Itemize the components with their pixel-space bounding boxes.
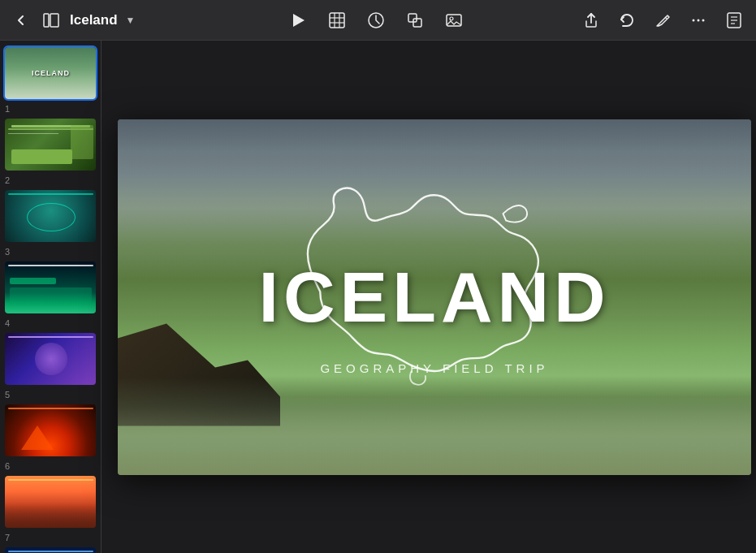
slide-thumb-canvas-4 xyxy=(5,261,96,313)
slide-thumbnail-1[interactable] xyxy=(5,47,96,99)
slide-thumbnail-2[interactable] xyxy=(5,119,96,171)
slide-thumbnail-5[interactable] xyxy=(5,333,96,385)
svg-marker-2 xyxy=(293,14,305,27)
slide-wrapper-2: 2 xyxy=(5,119,96,172)
slide-thumb-canvas-1 xyxy=(5,47,96,99)
slide-wrapper-6: 6 xyxy=(5,404,96,458)
play-button[interactable] xyxy=(286,8,310,32)
slide-thumb-canvas-2 xyxy=(5,119,96,171)
svg-rect-10 xyxy=(413,19,421,27)
svg-point-13 xyxy=(693,19,695,21)
svg-point-15 xyxy=(702,19,705,21)
slide-thumb-canvas-3 xyxy=(5,190,96,242)
insert-chart-button[interactable] xyxy=(364,8,388,32)
slide-number-1: 1 xyxy=(5,102,10,115)
panel-toggle-button[interactable] xyxy=(39,8,63,32)
slide-thumb-canvas-5 xyxy=(5,333,96,385)
slide-thumb-canvas-8 xyxy=(5,547,96,553)
more-options-button[interactable] xyxy=(686,8,711,32)
svg-point-12 xyxy=(450,17,453,20)
document-settings-button[interactable] xyxy=(722,8,746,32)
toolbar-center xyxy=(172,8,579,32)
svg-rect-9 xyxy=(408,14,417,22)
slide-thumbnail-6[interactable] xyxy=(5,404,96,456)
slide-number-3: 3 xyxy=(5,245,10,258)
annotate-button[interactable] xyxy=(650,8,675,32)
slide-wrapper-1: 1 xyxy=(5,47,96,101)
slide-thumbnail-3[interactable] xyxy=(5,190,96,242)
slide-thumb-canvas-7 xyxy=(5,476,96,528)
slide-number-7: 7 xyxy=(5,531,10,544)
insert-shape-button[interactable] xyxy=(403,8,427,32)
toolbar-right xyxy=(579,8,746,32)
share-button[interactable] xyxy=(579,8,603,32)
canvas-area[interactable]: ICELAND GEOGRAPHY FIELD TRIP xyxy=(102,41,756,553)
svg-rect-1 xyxy=(50,14,58,27)
title-chevron-icon[interactable]: ▼ xyxy=(126,15,136,26)
insert-media-button[interactable] xyxy=(442,8,466,32)
slide-thumb-canvas-6 xyxy=(5,404,96,456)
slide-title: ICELAND xyxy=(258,256,610,339)
slide-main[interactable]: ICELAND GEOGRAPHY FIELD TRIP xyxy=(118,119,751,475)
slide-wrapper-8: 8 xyxy=(5,547,96,553)
document-title: Iceland xyxy=(70,12,118,28)
slide-wrapper-5: 5 xyxy=(5,333,96,387)
slide-thumbnail-4[interactable] xyxy=(5,261,96,313)
slide-number-2: 2 xyxy=(5,174,10,187)
svg-rect-0 xyxy=(44,14,49,27)
slide-number-4: 4 xyxy=(5,317,10,330)
back-button[interactable] xyxy=(10,9,32,32)
slide-panel[interactable]: 1 2 3 xyxy=(0,41,102,553)
toolbar-left: Iceland ▼ xyxy=(10,8,172,32)
slide-number-5: 5 xyxy=(5,388,10,401)
slide-thumbnail-7[interactable] xyxy=(5,476,96,528)
svg-rect-3 xyxy=(330,13,344,28)
toolbar: Iceland ▼ xyxy=(0,0,756,41)
slide-number-6: 6 xyxy=(5,460,10,473)
slide-thumbnail-8[interactable] xyxy=(5,547,96,553)
undo-button[interactable] xyxy=(615,8,639,32)
slide-wrapper-7: 7 xyxy=(5,476,96,529)
svg-point-14 xyxy=(698,19,700,21)
slide-wrapper-4: 4 xyxy=(5,261,96,315)
insert-table-button[interactable] xyxy=(325,8,349,32)
slide-wrapper-3: 3 xyxy=(5,190,96,244)
slide-subtitle: GEOGRAPHY FIELD TRIP xyxy=(320,361,548,375)
main-content: 1 2 3 xyxy=(0,41,756,553)
